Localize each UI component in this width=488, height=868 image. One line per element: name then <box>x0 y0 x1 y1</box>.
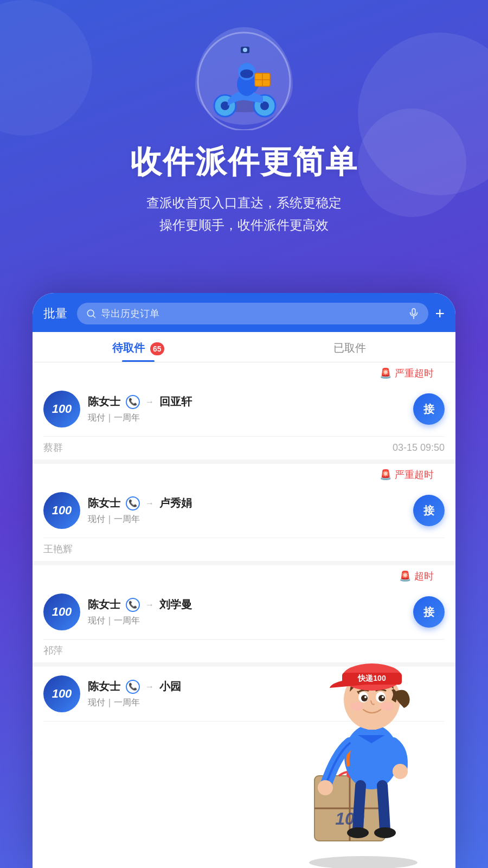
alert-bar-2: 🚨 严重超时 <box>43 464 445 483</box>
alert-bar-1: 🚨 严重超时 <box>43 362 445 382</box>
phone-icon-4: 📞 <box>129 682 137 691</box>
order-route-1: 陈女士 📞 → 回亚轩 <box>88 394 406 409</box>
hero-title: 收件派件更简单 <box>0 141 488 183</box>
search-icon <box>86 308 97 319</box>
sender-1: 陈女士 <box>88 394 120 409</box>
order-card-inner-4: 100 陈女士 📞 → 小园 现付｜一周年 <box>43 667 445 722</box>
receiver-3: 刘学曼 <box>159 597 192 612</box>
hero-illustration <box>184 16 304 136</box>
order-info-1: 陈女士 📞 → 回亚轩 现付｜一周年 <box>88 394 406 424</box>
tabs-row: 待取件 65 已取件 <box>33 332 455 362</box>
search-placeholder: 导出历史订单 <box>101 307 403 320</box>
order-card-inner-2: 100 陈女士 📞 → 卢秀娟 现付｜一周年 接 <box>43 483 445 538</box>
logo-3: 100 <box>43 593 80 630</box>
arrow-icon-4: → <box>145 682 154 692</box>
svg-point-24 <box>346 771 353 778</box>
alert-icon-3: 🚨 <box>399 570 411 582</box>
order-tags-3: 现付｜一周年 <box>88 615 406 627</box>
order-footer-3: 祁萍 <box>43 640 445 662</box>
sender-3: 陈女士 <box>88 597 120 612</box>
order-card-inner-1: 100 陈女士 📞 → 回亚轩 现付｜一周年 接 <box>43 382 445 437</box>
order-card-2: 🚨 严重超时 100 陈女士 📞 → 卢秀娟 现付｜一周年 <box>33 464 455 561</box>
alert-text-2: 严重超时 <box>395 468 434 481</box>
receiver-4: 小园 <box>159 679 181 694</box>
arrow-icon-2: → <box>145 499 154 508</box>
svg-point-27 <box>393 764 408 779</box>
phone-icon-wrap-1[interactable]: 📞 <box>126 395 140 409</box>
phone-icon-2: 📞 <box>129 499 137 507</box>
tab-pending-label: 待取件 <box>112 342 145 354</box>
svg-text:100: 100 <box>335 809 364 828</box>
svg-rect-19 <box>314 776 385 841</box>
hero-subtitle: 查派收首页入口直达，系统更稳定 操作更顺手，收件派件更高效 <box>0 192 488 237</box>
receiver-2: 卢秀娟 <box>159 496 192 510</box>
order-route-4: 陈女士 📞 → 小园 <box>88 679 445 694</box>
svg-point-26 <box>318 780 333 795</box>
arrow-icon-1: → <box>145 397 154 407</box>
alert-text-1: 严重超时 <box>395 367 434 380</box>
alert-text-3: 超时 <box>414 570 434 583</box>
phone-mockup: 批量 导出历史订单 + 待取件 65 已取件 <box>33 293 455 868</box>
order-info-2: 陈女士 📞 → 卢秀娟 现付｜一周年 <box>88 496 406 525</box>
order-card-3: 🚨 超时 100 陈女士 📞 → 刘学曼 现付｜一周年 <box>33 565 455 662</box>
logo-text-2: 100 <box>52 503 72 518</box>
alert-icon-1: 🚨 <box>380 367 391 379</box>
accept-btn-1[interactable]: 接 <box>413 393 445 425</box>
order-card-1: 🚨 严重超时 100 陈女士 📞 → 回亚轩 现付｜一周年 <box>33 362 455 459</box>
svg-rect-20 <box>314 776 385 841</box>
phone-icon-1: 📞 <box>129 398 137 406</box>
logo-text-3: 100 <box>52 605 72 619</box>
app-header: 批量 导出历史订单 + <box>33 293 455 332</box>
sender-4: 陈女士 <box>88 679 120 694</box>
svg-point-18 <box>309 856 418 868</box>
logo-1: 100 <box>43 391 80 427</box>
operator-1: 蔡群 <box>43 441 63 454</box>
alert-bar-3: 🚨 超时 <box>43 565 445 585</box>
accept-label-3: 接 <box>423 605 434 620</box>
search-bar[interactable]: 导出历史订单 <box>77 303 428 324</box>
svg-point-8 <box>240 69 253 78</box>
phone-icon-wrap-2[interactable]: 📞 <box>126 496 140 510</box>
logo-4: 100 <box>43 675 80 712</box>
operator-3: 祁萍 <box>43 644 63 657</box>
order-tags-2: 现付｜一周年 <box>88 514 406 525</box>
svg-point-42 <box>374 827 396 838</box>
tab-collected[interactable]: 已取件 <box>244 332 455 362</box>
tab-collected-label: 已取件 <box>333 342 366 354</box>
tab-pending[interactable]: 待取件 65 <box>33 332 244 362</box>
hero-subtitle-line2: 操作更顺手，收件派件更高效 <box>159 218 329 232</box>
svg-point-41 <box>347 827 369 838</box>
accept-label-1: 接 <box>423 402 434 417</box>
order-tags-1: 现付｜一周年 <box>88 412 406 424</box>
svg-rect-16 <box>413 309 416 315</box>
tab-pending-badge: 65 <box>150 342 164 355</box>
accept-label-2: 接 <box>423 503 434 518</box>
order-route-2: 陈女士 📞 → 卢秀娟 <box>88 496 406 510</box>
svg-point-14 <box>243 48 247 52</box>
order-card-inner-3: 100 陈女士 📞 → 刘学曼 现付｜一周年 接 <box>43 585 445 640</box>
phone-icon-wrap-4[interactable]: 📞 <box>126 680 140 694</box>
alert-icon-2: 🚨 <box>380 469 391 481</box>
logo-text-1: 100 <box>52 402 72 416</box>
phone-icon-3: 📞 <box>129 601 137 609</box>
order-route-3: 陈女士 📞 → 刘学曼 <box>88 597 406 612</box>
order-list: 🚨 严重超时 100 陈女士 📞 → 回亚轩 现付｜一周年 <box>33 362 455 722</box>
add-button[interactable]: + <box>435 305 445 322</box>
accept-btn-2[interactable]: 接 <box>413 495 445 526</box>
delivery-moto-icon <box>184 22 304 130</box>
phone-icon-wrap-3[interactable]: 📞 <box>126 598 140 612</box>
receiver-1: 回亚轩 <box>159 394 192 409</box>
order-tags-4: 现付｜一周年 <box>88 697 445 709</box>
arrow-icon-3: → <box>145 600 154 610</box>
order-footer-2: 王艳辉 <box>43 538 445 561</box>
time-1: 03-15 09:50 <box>393 442 445 454</box>
batch-button[interactable]: 批量 <box>43 305 70 322</box>
hero-section: 收件派件更简单 查派收首页入口直达，系统更稳定 操作更顺手，收件派件更高效 <box>0 0 488 237</box>
order-info-3: 陈女士 📞 → 刘学曼 现付｜一周年 <box>88 597 406 627</box>
hero-subtitle-line1: 查派收首页入口直达，系统更稳定 <box>146 195 342 210</box>
logo-text-4: 100 <box>52 687 72 701</box>
order-footer-1: 蔡群 03-15 09:50 <box>43 437 445 459</box>
accept-btn-3[interactable]: 接 <box>413 596 445 628</box>
order-info-4: 陈女士 📞 → 小园 现付｜一周年 <box>88 679 445 709</box>
voice-icon <box>408 308 420 320</box>
